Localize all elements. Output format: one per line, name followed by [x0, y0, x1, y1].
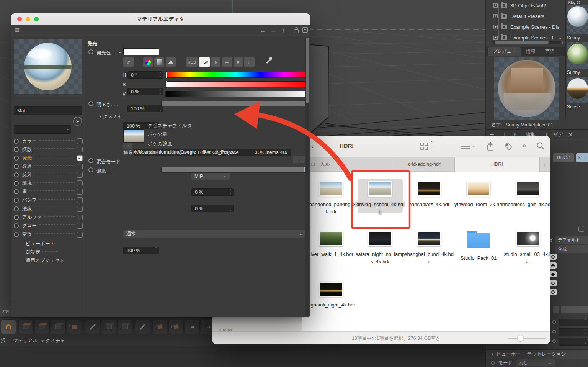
channel-row-fog[interactable]: 霧 [14, 188, 83, 195]
eyedropper-icon[interactable] [265, 57, 273, 65]
blur-scale-field[interactable]: 0 %⌃⌄ [191, 205, 234, 212]
finder-back-icon[interactable]: ‹ [311, 142, 314, 151]
attr-checkbox[interactable] [578, 226, 584, 232]
channel-checkbox[interactable] [77, 197, 83, 203]
channel-radio[interactable] [14, 215, 19, 220]
file-item[interactable]: studio_small_03_4k.hdr [503, 231, 550, 265]
saturation-slider[interactable] [165, 81, 308, 87]
hue-value-field[interactable]: 0 °⌃⌄ [127, 71, 163, 79]
finder-forward-icon[interactable]: › [324, 142, 327, 151]
rgb-mode-button[interactable]: RGB [186, 57, 198, 67]
channel-radio[interactable] [14, 206, 19, 211]
view-grid-chevrons-icon[interactable]: ⌃⌄ [430, 141, 433, 148]
channel-row-transparency[interactable]: 透過 [14, 162, 83, 170]
compositing-header[interactable]: 合成 [555, 245, 588, 253]
channel-checkbox[interactable] [77, 164, 83, 169]
kelvin-mode-button[interactable]: K [211, 57, 220, 67]
luminance-color-swatch[interactable] [123, 48, 159, 55]
value-slider[interactable] [165, 91, 308, 97]
channel-row-reflectance[interactable]: 反射 [14, 171, 83, 179]
lock-icon[interactable] [294, 29, 299, 33]
nav-forward-icon[interactable]: → [270, 25, 276, 36]
color-picture-icon[interactable] [166, 57, 176, 67]
channel-checkbox[interactable] [77, 172, 83, 178]
tree-hscrollbar-thumb[interactable] [495, 41, 549, 44]
channel-radio[interactable] [14, 156, 19, 161]
tessellation-mode-dropdown[interactable]: なし ⌄ [516, 359, 555, 366]
smooth-shift-tool-icon[interactable] [51, 319, 66, 334]
channel-radio[interactable] [14, 198, 19, 203]
channel-radio[interactable] [14, 189, 19, 194]
channel-row-environment[interactable]: 環境 [14, 179, 83, 187]
channel-checkbox[interactable] [77, 223, 83, 229]
saturation-value-field[interactable]: 0 %⌃⌄ [127, 88, 163, 95]
attr-small-button[interactable] [553, 306, 559, 313]
value-value-field[interactable]: 100 %⌃⌄ [127, 105, 163, 112]
material-thumb-tile[interactable] [567, 5, 588, 34]
channel-checkbox[interactable] [77, 180, 83, 186]
extrude-inner-tool-icon[interactable] [34, 319, 50, 334]
channel-checkbox[interactable] [77, 206, 83, 212]
drop-surface-tool-icon[interactable] [152, 319, 168, 334]
bridge-tool-icon[interactable] [67, 319, 82, 334]
tab-info[interactable]: 情報 [521, 47, 540, 56]
nav-back-icon[interactable]: ← [260, 25, 266, 36]
tab-gi-settings[interactable]: GI設定 [553, 153, 574, 162]
scroll-more-icon[interactable]: ⌄ [559, 35, 562, 40]
attr-dot[interactable] [552, 320, 556, 324]
page-viewport[interactable]: ビューポート [14, 240, 83, 247]
new-window-icon[interactable]: + [302, 27, 308, 33]
file-item[interactable]: Studio_Pack_01 [453, 229, 504, 262]
extrude-tool-icon[interactable] [18, 319, 34, 334]
attr-stepper-field[interactable]: ⌃⌄ [559, 328, 588, 336]
file-item-selected[interactable]: driving_school_4k.hdr [355, 181, 405, 215]
blur-offset-field[interactable]: 0 %⌃⌄ [191, 188, 234, 196]
expand-icon[interactable]: + [493, 36, 498, 40]
channel-checkbox[interactable] [77, 147, 83, 152]
tag-icon[interactable] [504, 142, 513, 151]
drop-edge-tool-icon[interactable] [168, 319, 184, 334]
file-item[interactable]: abandoned_parking_8k.hdr [306, 181, 356, 215]
file-item[interactable]: river_walk_1_4k.hdr [306, 231, 356, 258]
channel-radio[interactable] [14, 147, 19, 152]
tessellation-section-header[interactable]: ▼ ビューポート テッセレーション [486, 349, 588, 359]
brightness-radio[interactable] [88, 101, 93, 106]
hamburger-menu-icon[interactable]: ☰ [15, 27, 20, 34]
close-button[interactable] [17, 17, 22, 21]
nav-up-icon[interactable]: ↑ [282, 25, 285, 36]
page-gi-settings[interactable]: GI設定 [14, 248, 83, 256]
mix-strength-slider[interactable] [161, 167, 307, 173]
hscroll-right-icon[interactable]: › [562, 40, 564, 45]
share-icon[interactable] [487, 141, 494, 151]
hscroll-left-icon[interactable]: ‹ [487, 40, 489, 45]
mix-strength-field[interactable]: 100 %⌃⌄ [123, 247, 159, 254]
tab-preview[interactable]: プレビュー [488, 47, 521, 56]
channel-checkbox[interactable] [77, 232, 83, 238]
icon-size-slider-knob[interactable] [517, 335, 524, 341]
minimize-button[interactable] [26, 17, 30, 21]
scrollbar-thumb[interactable] [306, 38, 309, 103]
icon-view-options[interactable] [461, 143, 470, 150]
channel-row-luminance[interactable]: 発光 ✓ [14, 154, 83, 162]
material-layer-dropdown[interactable]: ⌄ [14, 125, 71, 134]
maximize-button[interactable] [34, 17, 39, 21]
color-wheel-icon[interactable] [143, 57, 153, 67]
mix-mode-dropdown[interactable]: 通常 ⌄ [123, 230, 305, 238]
hex-mode-icon[interactable]: # [234, 57, 243, 67]
split-cube-tool-icon[interactable] [117, 319, 132, 334]
hue-slider-handle[interactable] [165, 71, 167, 78]
icon-size-slider[interactable] [508, 338, 546, 339]
more-toolbar-icon[interactable]: » [523, 142, 526, 149]
menu-texture[interactable]: テクスチャ [41, 338, 65, 344]
channel-row-diffusion[interactable]: 拡散 [14, 146, 83, 153]
left-edge-palette-tab[interactable]: グ選 [0, 306, 10, 316]
channel-radio[interactable] [14, 223, 19, 228]
expand-icon[interactable]: + [493, 3, 498, 8]
brightness-slider[interactable] [161, 101, 308, 106]
mix-strength-radio[interactable] [88, 167, 93, 172]
texture-browse-button[interactable]: ... [293, 156, 305, 163]
luminance-color-radio[interactable] [88, 49, 93, 54]
tree-hscrollbar[interactable] [493, 41, 561, 44]
channel-checkbox[interactable] [77, 215, 83, 220]
magnet-tool-icon[interactable] [1, 319, 16, 334]
